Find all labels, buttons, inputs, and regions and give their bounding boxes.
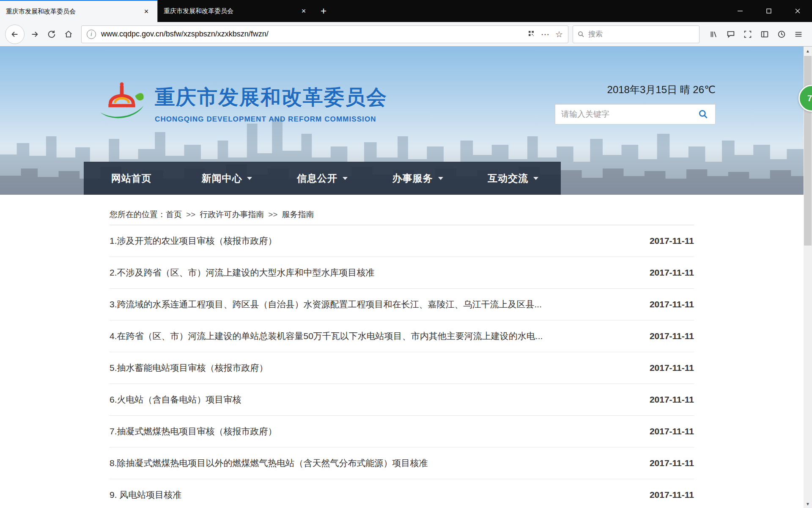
list-item-date: 2017-11-11 (650, 490, 694, 500)
tab-close-icon[interactable]: × (141, 6, 151, 17)
list-item-title[interactable]: 5.抽水蓄能电站项目审核（核报市政府） (110, 362, 285, 374)
tab-close-icon[interactable]: × (299, 6, 309, 16)
history-button[interactable] (773, 26, 790, 43)
sidebar-icon (760, 30, 769, 39)
list-item[interactable]: 1.涉及开荒的农业项目审核（核报市政府） 2017-11-11 (110, 225, 694, 257)
page-viewport: 重庆市发展和改革委员会 CHONGQING DEVELOPMENT AND RE… (0, 47, 812, 508)
site-subtitle: CHONGQING DEVELOPMENT AND REFORM COMMISS… (155, 115, 387, 124)
browser-search-box[interactable] (573, 25, 700, 43)
forward-button[interactable] (26, 26, 43, 43)
qr-code-icon[interactable] (527, 30, 535, 39)
breadcrumb: 您所在的位置：首页>>行政许可办事指南>>服务指南 (110, 195, 694, 225)
maximize-button[interactable] (754, 0, 783, 22)
messages-button[interactable] (722, 26, 739, 43)
toolbar-right-icons (705, 26, 807, 43)
sidebar-button[interactable] (756, 26, 773, 43)
tab-title: 重庆市发展和改革委员会 (164, 7, 294, 15)
close-icon (795, 8, 800, 14)
list-item-date: 2017-11-11 (650, 426, 694, 436)
list-item[interactable]: 3.跨流域的水系连通工程项目、跨区县（自治县）水资源配置工程项目和在长江、嘉陵江… (110, 289, 694, 320)
list-item[interactable]: 6.火电站（含自备电站）项目审核 2017-11-11 (110, 384, 694, 416)
bookmark-star-icon[interactable]: ☆ (555, 29, 563, 39)
screenshot-icon (743, 30, 752, 39)
webpage: 重庆市发展和改革委员会 CHONGQING DEVELOPMENT AND RE… (0, 47, 804, 508)
browser-search-input[interactable] (588, 30, 695, 39)
page-actions-icon[interactable]: ⋯ (541, 29, 549, 39)
nav-item-interaction[interactable]: 互动交流 (465, 162, 561, 195)
library-icon (709, 30, 719, 39)
list-item-date: 2017-11-11 (650, 458, 694, 468)
nav-item-services[interactable]: 办事服务 (370, 162, 466, 195)
browser-window: 重庆市发展和改革委员会 × 重庆市发展和改革委员会 × + (0, 0, 812, 508)
list-item-title[interactable]: 9. 风电站项目核准 (110, 489, 198, 501)
banner-image: 重庆市发展和改革委员会 CHONGQING DEVELOPMENT AND RE… (0, 47, 804, 195)
url-bar[interactable]: i www.cqdpc.gov.cn/bsfw/xzspbszn/xzxkbsz… (81, 25, 568, 43)
site-info-icon[interactable]: i (87, 30, 96, 39)
home-icon (64, 30, 73, 39)
list-item-title[interactable]: 6.火电站（含自备电站）项目审核 (110, 394, 258, 406)
list-item-date: 2017-11-11 (650, 395, 694, 405)
window-controls (726, 0, 812, 22)
close-button[interactable] (783, 0, 812, 22)
scrollbar[interactable]: ▲ ▼ (804, 47, 812, 508)
list-item-date: 2017-11-11 (650, 331, 694, 341)
home-button[interactable] (60, 26, 77, 43)
list-item-title[interactable]: 8.除抽凝式燃煤热电项目以外的燃煤燃气热电站（含天然气分布式能源）项目核准 (110, 457, 445, 469)
maximize-icon (766, 8, 771, 14)
browser-tabstrip: 重庆市发展和改革委员会 × 重庆市发展和改革委员会 × + (0, 0, 812, 22)
nav-item-home[interactable]: 网站首页 (84, 162, 179, 195)
list-item[interactable]: 2.不涉及跨省（区、市）河流上建设的大型水库和中型水库项目核准 2017-11-… (110, 257, 694, 289)
main-navigation: 网站首页 新闻中心 信息公开 办事服务 (84, 162, 720, 195)
breadcrumb-section-link[interactable]: 行政许可办事指南 (200, 210, 264, 219)
nav-item-news[interactable]: 新闻中心 (179, 162, 275, 195)
site-search-box[interactable] (555, 104, 716, 124)
list-item[interactable]: 7.抽凝式燃煤热电项目审核（核报市政府） 2017-11-11 (110, 416, 694, 447)
nav-label: 新闻中心 (201, 172, 242, 185)
library-button[interactable] (705, 26, 722, 43)
tab-title: 重庆市发展和改革委员会 (6, 8, 137, 16)
breadcrumb-label: 您所在的位置： (110, 210, 166, 219)
list-item-title[interactable]: 7.抽凝式燃煤热电项目审核（核报市政府） (110, 425, 294, 437)
nav-label: 信息公开 (297, 172, 337, 185)
chevron-down-icon (533, 177, 538, 180)
list-item-date: 2017-11-11 (650, 236, 694, 246)
menu-button[interactable] (790, 26, 807, 43)
minimize-button[interactable] (726, 0, 754, 22)
nav-label: 办事服务 (392, 172, 433, 185)
breadcrumb-home-link[interactable]: 首页 (166, 210, 182, 219)
url-bar-actions: ⋯ ☆ (527, 29, 563, 39)
list-item[interactable]: 5.抽水蓄能电站项目审核（核报市政府） 2017-11-11 (110, 352, 694, 384)
list-item[interactable]: 9. 风电站项目核准 2017-11-11 (110, 479, 694, 508)
browser-tab-inactive[interactable]: 重庆市发展和改革委员会 × (157, 0, 315, 22)
list-item-title[interactable]: 2.不涉及跨省（区、市）河流上建设的大型水库和中型水库项目核准 (110, 267, 392, 279)
chevron-down-icon (438, 177, 443, 180)
site-title-block: 重庆市发展和改革委员会 CHONGQING DEVELOPMENT AND RE… (155, 84, 387, 124)
breadcrumb-separator: >> (268, 210, 277, 219)
nav-strip: 网站首页 新闻中心 信息公开 办事服务 (84, 162, 561, 195)
list-item-title[interactable]: 3.跨流域的水系连通工程项目、跨区县（自治县）水资源配置工程项目和在长江、嘉陵江… (110, 298, 559, 310)
list-item[interactable]: 8.除抽凝式燃煤热电项目以外的燃煤燃气热电站（含天然气分布式能源）项目核准 20… (110, 447, 694, 479)
url-text[interactable]: www.cqdpc.gov.cn/bsfw/xzspbszn/xzxkbszn/… (101, 30, 527, 39)
site-search-input[interactable] (561, 110, 694, 119)
header-right: 2018年3月15日 晴 26℃ (538, 83, 716, 124)
nav-item-info-disclosure[interactable]: 信息公开 (274, 162, 370, 195)
history-clock-icon (777, 30, 786, 39)
screenshot-button[interactable] (739, 26, 756, 43)
nav-label: 网站首页 (111, 172, 152, 185)
scroll-down-arrow[interactable]: ▼ (804, 500, 812, 508)
site-header: 重庆市发展和改革委员会 CHONGQING DEVELOPMENT AND RE… (84, 47, 720, 162)
forward-icon (30, 30, 39, 39)
list-item-date: 2017-11-11 (650, 363, 694, 373)
reload-button[interactable] (43, 26, 60, 43)
list-item-title[interactable]: 1.涉及开荒的农业项目审核（核报市政府） (110, 235, 294, 247)
list-item[interactable]: 4.在跨省（区、市）河流上建设的单站总装机容量50万千瓦以下水电站项目、市内其他… (110, 320, 694, 352)
site-search-button[interactable] (694, 106, 713, 123)
chevron-down-icon (247, 177, 252, 180)
browser-tab-active[interactable]: 重庆市发展和改革委员会 × (0, 0, 157, 22)
minimize-icon (738, 8, 743, 14)
back-button[interactable] (5, 25, 25, 44)
list-item-title[interactable]: 4.在跨省（区、市）河流上建设的单站总装机容量50万千瓦以下水电站项目、市内其他… (110, 330, 560, 342)
new-tab-button[interactable]: + (315, 0, 332, 22)
scroll-up-arrow[interactable]: ▲ (804, 47, 812, 55)
nav-label: 互动交流 (488, 172, 528, 185)
